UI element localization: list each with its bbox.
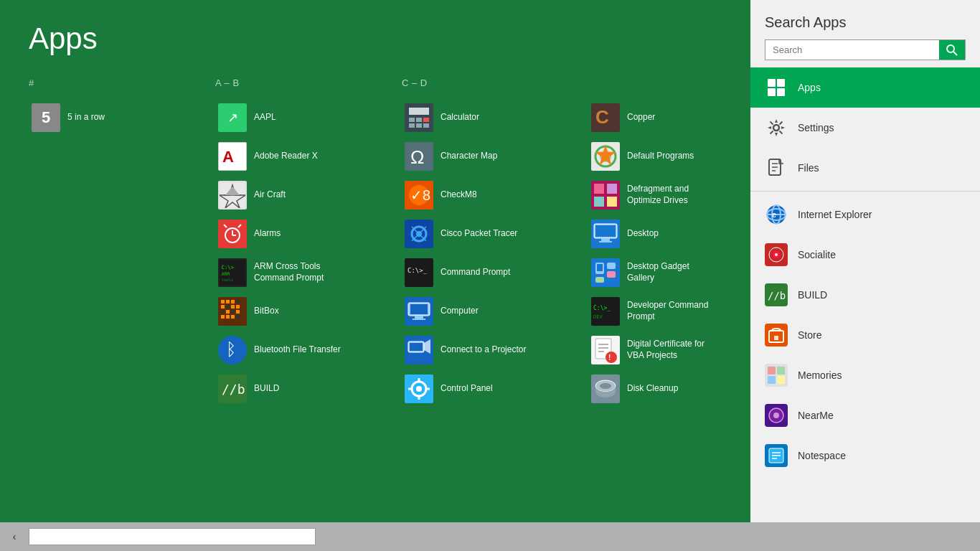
app-item-desktop[interactable]: Desktop <box>588 215 746 253</box>
search-icon <box>946 44 958 56</box>
sidebar-item-settings[interactable]: Settings <box>750 108 980 148</box>
app-icon-computer <box>405 297 433 326</box>
sidebar-item-build[interactable]: //b BUILD <box>750 275 980 315</box>
app-item-defaultprog[interactable]: Default Programs <box>588 138 746 175</box>
app-name-alarms: Alarms <box>254 228 281 240</box>
app-icon-diskclean <box>591 375 620 403</box>
svg-rect-138 <box>768 376 776 384</box>
svg-rect-17 <box>221 300 225 303</box>
app-item-copper[interactable]: C Copper <box>588 99 746 136</box>
sidebar-item-socialite[interactable]: Socialite <box>750 235 980 275</box>
sidebar-item-files[interactable]: Files <box>750 148 980 188</box>
svg-rect-22 <box>226 305 230 309</box>
app-item-cmdprompt[interactable]: C:\>_ Command Prompt <box>402 254 560 291</box>
search-header: Search Apps <box>750 0 980 67</box>
section-ab: A – B ↗ AAPL A Adobe Reader X <box>215 77 373 408</box>
svg-rect-27 <box>231 310 235 314</box>
app-name-bluetooth: Bluetooth File Transfer <box>254 344 341 356</box>
app-name-desktopgadget: Desktop GadgetGallery <box>627 261 689 283</box>
app-icon-devprompt: C:\>_DEV <box>591 297 620 326</box>
svg-rect-113 <box>768 88 776 96</box>
app-item-cisco[interactable]: Cisco Packet Tracer <box>402 215 560 253</box>
app-icon-calc <box>405 103 433 132</box>
taskbar-back-button[interactable]: ‹ <box>4 526 25 547</box>
app-name-checkm8: CheckM8 <box>440 189 477 201</box>
app-icon-desktop <box>591 220 620 248</box>
svg-rect-87 <box>601 238 610 241</box>
app-icon-5inrow: 5 <box>32 103 60 132</box>
app-name-arm: ARM Cross ToolsCommand Prompt <box>254 261 324 283</box>
sidebar-item-apps[interactable]: Apps <box>750 67 980 108</box>
app-item-calc[interactable]: Calculator <box>402 99 560 136</box>
nearme-icon <box>765 404 788 427</box>
app-icon-bitbox <box>218 297 247 326</box>
sidebar-label-files: Files <box>798 162 819 174</box>
app-name-aapl: AAPL <box>254 112 276 123</box>
app-item-bitbox[interactable]: BitBox <box>215 293 373 330</box>
app-icon-cmdprompt: C:\>_ <box>405 258 433 287</box>
svg-rect-64 <box>410 343 423 351</box>
app-item-devprompt[interactable]: C:\>_DEV Developer CommandPrompt <box>588 293 746 330</box>
section-header-cd2 <box>588 77 746 88</box>
app-item-controlpanel[interactable]: Control Panel <box>402 370 560 408</box>
search-input[interactable] <box>765 40 939 60</box>
sidebar-item-memories[interactable]: Memories <box>750 355 980 395</box>
svg-rect-92 <box>607 263 616 269</box>
app-item-computer[interactable]: Computer <box>402 293 560 330</box>
app-icon-checkm8: ✓8 <box>405 181 433 209</box>
app-name-computer: Computer <box>440 306 479 317</box>
svg-rect-139 <box>777 376 785 384</box>
svg-text:A: A <box>222 148 234 166</box>
app-item-aircraft[interactable]: Air Craft <box>215 176 373 214</box>
app-item-aapl[interactable]: ↗ AAPL <box>215 99 373 136</box>
app-item-bluetooth[interactable]: ᛒ Bluetooth File Transfer <box>215 331 373 369</box>
svg-rect-26 <box>226 310 230 314</box>
sidebar-label-memories: Memories <box>798 369 842 381</box>
section-header-hash: # <box>29 77 187 88</box>
svg-rect-134 <box>774 336 778 340</box>
svg-rect-39 <box>409 118 415 122</box>
app-icon-alarms <box>218 220 247 248</box>
svg-text:!: ! <box>608 354 611 362</box>
svg-rect-44 <box>423 123 429 128</box>
app-item-digitalcert[interactable]: ! Digital Certificate forVBA Projects <box>588 331 746 369</box>
app-name-desktop: Desktop <box>627 228 659 240</box>
app-item-build-ab[interactable]: //b BUILD <box>215 370 373 408</box>
sidebar-item-notespace[interactable]: Notespace <box>750 435 980 476</box>
sidebar-label-notespace: Notespace <box>798 450 846 461</box>
app-item-checkm8[interactable]: ✓8 CheckM8 <box>402 176 560 214</box>
app-item-adobe[interactable]: A Adobe Reader X <box>215 138 373 175</box>
svg-rect-40 <box>416 118 422 122</box>
socialite-icon <box>765 243 788 266</box>
app-item-alarms[interactable]: Alarms <box>215 215 373 253</box>
app-name-defrag: Defragment andOptimize Drives <box>627 184 689 206</box>
app-item-arm[interactable]: C:\>ARMtools ARM Cross ToolsCommand Prom… <box>215 254 373 291</box>
svg-rect-93 <box>607 271 616 278</box>
store-icon <box>765 324 788 347</box>
svg-text:C:\>_: C:\>_ <box>593 305 611 311</box>
svg-rect-114 <box>777 88 785 96</box>
svg-rect-32 <box>236 315 240 319</box>
svg-point-129 <box>775 253 778 256</box>
app-item-desktopgadget[interactable]: Desktop GadgetGallery <box>588 254 746 291</box>
app-item-defrag[interactable]: Defragment andOptimize Drives <box>588 176 746 214</box>
sidebar-divider <box>750 191 980 192</box>
sidebar-label-ie: Internet Explorer <box>798 209 872 220</box>
app-icon-digitalcert: ! <box>591 336 620 364</box>
svg-rect-25 <box>221 310 225 314</box>
app-list-cd: Calculator Ω Character Map ✓8 CheckM8 <box>402 99 560 408</box>
sidebar-item-store[interactable]: Store <box>750 315 980 355</box>
search-button[interactable] <box>939 40 965 60</box>
app-name-defaultprog: Default Programs <box>627 151 694 162</box>
app-item-projector[interactable]: Connect to a Projector <box>402 331 560 369</box>
app-item-5inrow[interactable]: 5 5 in a row <box>29 99 187 136</box>
app-item-charmap[interactable]: Ω Character Map <box>402 138 560 175</box>
svg-point-108 <box>947 45 954 52</box>
sidebar-item-ie[interactable]: e Internet Explorer <box>750 194 980 235</box>
app-name-cisco: Cisco Packet Tracer <box>440 228 517 240</box>
app-item-diskclean[interactable]: Disk Cleanup <box>588 370 746 408</box>
svg-rect-95 <box>591 297 620 326</box>
app-name-build-ab: BUILD <box>254 383 279 395</box>
sidebar-item-nearme[interactable]: NearMe <box>750 395 980 435</box>
app-icon-charmap: Ω <box>405 142 433 171</box>
